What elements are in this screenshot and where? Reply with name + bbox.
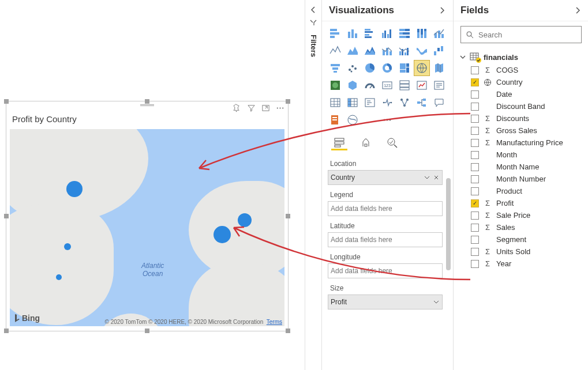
field-checkbox[interactable] xyxy=(471,103,479,111)
slicer-icon[interactable] xyxy=(432,78,447,93)
gauge-icon[interactable] xyxy=(362,78,377,93)
bubble-mexico[interactable] xyxy=(56,274,62,280)
field-row[interactable]: ΣYear xyxy=(459,258,588,270)
field-checkbox[interactable] xyxy=(471,127,479,135)
pie-icon[interactable] xyxy=(362,61,377,75)
field-row[interactable]: ΣUnits Sold xyxy=(459,246,588,258)
field-row[interactable]: ΣGross Sales xyxy=(459,124,588,137)
bubble-france[interactable] xyxy=(214,226,231,243)
size-well[interactable]: Profit xyxy=(328,295,443,309)
resize-handle[interactable] xyxy=(286,99,290,104)
shape-map-icon[interactable] xyxy=(328,78,343,93)
field-checkbox[interactable] xyxy=(471,187,479,195)
field-row[interactable]: Product xyxy=(459,185,588,197)
resize-handle[interactable] xyxy=(286,329,290,333)
paginated-report-icon[interactable] xyxy=(328,112,343,127)
resize-handle[interactable] xyxy=(145,99,149,104)
line-icon[interactable] xyxy=(328,43,343,58)
kpi-icon[interactable] xyxy=(414,78,429,93)
bubble-germany[interactable] xyxy=(238,213,252,227)
line-chart-icon[interactable] xyxy=(432,26,447,41)
field-checkbox[interactable] xyxy=(471,248,479,256)
stacked-column-icon[interactable] xyxy=(345,26,360,41)
latitude-well[interactable]: Add data fields here xyxy=(328,232,443,247)
field-row[interactable]: ΣCOGS xyxy=(459,64,588,76)
decomposition-tree-icon[interactable] xyxy=(414,95,429,110)
field-checkbox[interactable] xyxy=(471,78,479,86)
multi-row-card-icon[interactable] xyxy=(397,78,412,93)
clustered-column-icon[interactable] xyxy=(380,26,395,41)
resize-handle[interactable] xyxy=(4,214,9,218)
map-visual[interactable]: Profit by Country Atlantic Ocean xyxy=(6,101,289,331)
field-checkbox[interactable] xyxy=(471,224,479,232)
py-visual-icon[interactable] xyxy=(380,95,395,110)
scrollbar[interactable] xyxy=(446,178,451,270)
field-row[interactable]: Discount Band xyxy=(459,100,588,112)
filters-pane-collapsed[interactable]: Filters xyxy=(305,0,322,370)
matrix-icon[interactable] xyxy=(345,95,360,110)
fields-tab-icon[interactable] xyxy=(331,135,347,150)
bubble-canada[interactable] xyxy=(66,181,83,197)
expand-table-icon[interactable] xyxy=(459,54,466,61)
line-clustered-column-icon[interactable] xyxy=(397,43,412,58)
pin-icon[interactable] xyxy=(233,104,241,112)
field-checkbox[interactable] xyxy=(471,175,479,183)
treemap-icon[interactable] xyxy=(397,61,412,75)
field-checkbox[interactable] xyxy=(471,260,479,268)
field-checkbox[interactable] xyxy=(471,199,479,207)
field-checkbox[interactable] xyxy=(471,66,479,74)
field-row[interactable]: Segment xyxy=(459,233,588,246)
ribbon-icon[interactable] xyxy=(414,43,429,58)
expand-filters-icon[interactable] xyxy=(309,6,317,14)
field-checkbox[interactable] xyxy=(471,212,479,220)
stacked-bar-icon[interactable] xyxy=(328,26,343,41)
resize-handle[interactable] xyxy=(145,329,149,333)
collapse-fields-icon[interactable] xyxy=(574,6,582,14)
field-row[interactable]: Date xyxy=(459,88,588,100)
report-canvas[interactable]: Profit by Country Atlantic Ocean xyxy=(0,0,305,370)
clustered-bar-icon[interactable] xyxy=(362,26,377,41)
map-body[interactable]: Atlantic Ocean Bing © 2020 TomTom © 2020… xyxy=(10,129,284,326)
hundred-stacked-bar-icon[interactable] xyxy=(397,26,412,41)
field-row[interactable]: ΣManufacturing Price xyxy=(459,137,588,149)
powerapps-icon[interactable] xyxy=(362,112,377,127)
search-input[interactable] xyxy=(477,30,576,40)
field-row[interactable]: ΣSales xyxy=(459,221,588,233)
more-visuals-icon[interactable] xyxy=(380,112,395,127)
field-row[interactable]: Month Number xyxy=(459,173,588,185)
analytics-tab-icon[interactable] xyxy=(384,135,400,150)
scatter-icon[interactable] xyxy=(345,61,360,75)
r-visual-icon[interactable] xyxy=(362,95,377,110)
terms-link[interactable]: Terms xyxy=(267,319,282,325)
line-stacked-column-icon[interactable] xyxy=(380,43,395,58)
chevron-down-icon[interactable] xyxy=(433,299,440,305)
resize-handle[interactable] xyxy=(286,214,290,218)
field-checkbox[interactable] xyxy=(471,236,479,244)
stacked-area-icon[interactable] xyxy=(362,43,377,58)
waterfall-icon[interactable] xyxy=(432,43,447,58)
field-row[interactable]: Country xyxy=(459,76,588,88)
field-row[interactable]: ΣSale Price xyxy=(459,209,588,221)
table-icon[interactable] xyxy=(328,95,343,110)
collapse-viz-icon[interactable] xyxy=(438,6,446,14)
field-checkbox[interactable] xyxy=(471,115,479,123)
table-financials[interactable]: financials xyxy=(459,50,588,64)
chevron-down-icon[interactable] xyxy=(424,174,430,181)
filled-map-icon[interactable] xyxy=(432,61,447,75)
qa-visual-icon[interactable] xyxy=(432,95,447,110)
more-options-icon[interactable] xyxy=(276,104,284,112)
drag-handle-icon[interactable] xyxy=(140,104,154,107)
remove-field-icon[interactable] xyxy=(433,174,440,181)
field-row[interactable]: Month Name xyxy=(459,161,588,173)
arcgis-icon[interactable] xyxy=(345,112,360,127)
format-tab-icon[interactable] xyxy=(358,135,374,150)
filter-icon[interactable] xyxy=(247,104,256,112)
map-icon[interactable] xyxy=(414,61,429,75)
field-row[interactable]: Month xyxy=(459,149,588,161)
focus-mode-icon[interactable] xyxy=(261,104,270,112)
field-checkbox[interactable] xyxy=(471,151,479,159)
field-checkbox[interactable] xyxy=(471,163,479,171)
field-row[interactable]: ΣDiscounts xyxy=(459,112,588,124)
field-checkbox[interactable] xyxy=(471,90,479,99)
location-well[interactable]: Country xyxy=(328,170,443,185)
